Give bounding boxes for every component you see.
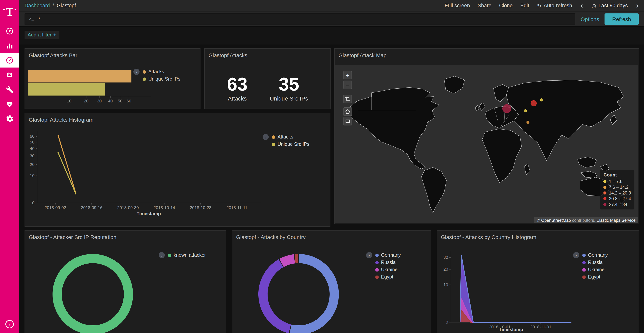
metric: 35Unique Src IPs	[270, 75, 308, 102]
legend-toggle-icon[interactable]: ›	[159, 252, 165, 258]
sidebar-item-wrench[interactable]	[0, 82, 19, 97]
breadcrumb-separator: /	[52, 3, 54, 9]
legend-item[interactable]: Ukraine	[375, 267, 401, 272]
legend-item[interactable]: Germany	[375, 252, 401, 258]
legend-item[interactable]: known attacker	[168, 252, 206, 258]
search-input[interactable]: >_ *	[24, 13, 575, 25]
map-controls: +−	[344, 71, 352, 127]
ems-link[interactable]: Elastic Maps Service	[596, 218, 636, 222]
svg-text:20: 20	[30, 162, 34, 167]
crop-button[interactable]	[344, 95, 352, 103]
sidebar-item-heartbeat[interactable]	[0, 97, 19, 111]
metric-label: Attacks	[227, 95, 248, 102]
time-back-chevron-icon[interactable]: ‹	[580, 2, 584, 9]
legend-item[interactable]: Russia	[375, 260, 401, 265]
add-filter-button[interactable]: Add a filter +	[24, 31, 60, 39]
sidebar-item-compass[interactable]	[0, 24, 19, 38]
copyright-symbol: ©	[537, 218, 541, 222]
sidebar-item-bug[interactable]	[0, 68, 19, 82]
attack-map[interactable]: +− Count1 – 7.67.6 – 14.214.2 – 20.820.8…	[335, 65, 638, 223]
legend-items: AttacksUnique Src IPs	[142, 69, 180, 82]
attack-point[interactable]	[502, 105, 511, 113]
legend-item[interactable]: Attacks	[142, 69, 180, 74]
sidebar-nav	[0, 24, 19, 126]
add-filter-label: Add a filter	[28, 32, 51, 38]
zoom-in-button[interactable]: +	[344, 71, 352, 79]
refresh-button[interactable]: Refresh	[604, 13, 639, 25]
zoom-out-button[interactable]: −	[344, 81, 352, 89]
legend-toggle-icon[interactable]: ›	[366, 252, 372, 258]
country-donut-chart[interactable]	[258, 254, 339, 333]
svg-text:50: 50	[30, 140, 34, 144]
map-legend-range: 20.8 – 27.4	[609, 196, 631, 201]
gauge-icon	[5, 56, 14, 65]
map-legend-range: 1 – 7.6	[609, 179, 622, 184]
country-histogram-chart[interactable]: 01020302018-10-012018-11-01Timestamp	[440, 249, 582, 333]
world-map[interactable]	[335, 65, 638, 223]
attack-point[interactable]	[527, 121, 530, 124]
attack-point[interactable]	[540, 99, 543, 101]
sidebar-item-gauge[interactable]	[0, 53, 19, 68]
legend-item[interactable]: Unique Src IPs	[272, 142, 310, 147]
svg-text:2018-09-02: 2018-09-02	[45, 205, 66, 210]
osm-link[interactable]: OpenStreetMap	[541, 218, 571, 222]
svg-text:0: 0	[446, 320, 448, 324]
legend-item[interactable]: Russia	[582, 260, 608, 265]
legend-color-dot	[272, 143, 275, 146]
action-clone[interactable]: Clone	[499, 3, 513, 9]
panel-title: Glastopf Attacks Bar	[25, 49, 200, 60]
legend-toggle-icon[interactable]: ›	[134, 69, 140, 75]
panel-src-ip-reputation: Glastopf - Attacker Src IP Reputation ›k…	[24, 230, 226, 333]
reputation-donut-chart[interactable]	[52, 254, 133, 333]
sidebar-collapse-button[interactable]: ‹	[5, 320, 14, 328]
time-forward-chevron-icon[interactable]: ›	[636, 2, 640, 9]
legend-item[interactable]: Ukraine	[582, 267, 608, 272]
legend-label: Attacks	[148, 69, 164, 74]
svg-text:30: 30	[30, 153, 34, 158]
action-full-screen[interactable]: Full screen	[445, 3, 470, 9]
legend-item[interactable]: Egypt	[375, 274, 401, 280]
bug-icon	[5, 71, 14, 79]
logo-letter: T	[6, 6, 14, 18]
telekom-logo[interactable]: T	[3, 0, 16, 24]
legend-label: Russia	[588, 260, 602, 265]
time-range-picker[interactable]: ◷ Last 90 days	[592, 3, 628, 9]
legend-color-dot	[375, 275, 379, 279]
attacks-histogram-chart[interactable]: 01020304050602018-09-022018-09-162018-09…	[26, 129, 272, 217]
logo-dot	[3, 9, 4, 10]
svg-text:30: 30	[97, 99, 102, 103]
svg-text:60: 60	[126, 99, 131, 103]
logo-dot	[14, 9, 16, 10]
sidebar-item-bar-chart[interactable]	[0, 38, 19, 53]
legend-toggle-icon[interactable]: ›	[573, 252, 579, 258]
legend-item[interactable]: Egypt	[582, 274, 608, 280]
auto-refresh-button[interactable]: ↻ Auto-refresh	[537, 3, 572, 9]
time-range-label: Last 90 days	[598, 3, 628, 9]
legend-items: known attacker	[168, 252, 206, 258]
attack-point[interactable]	[531, 101, 536, 106]
sidebar-item-gear[interactable]	[0, 111, 19, 126]
legend-color-dot	[582, 253, 586, 257]
polygon-button[interactable]	[344, 107, 352, 116]
panel-title: Glastopf - Attacker Src IP Reputation	[25, 231, 226, 242]
map-legend-title: Count	[604, 172, 631, 178]
panel-title: Glastopf - Attacks by Country Histogram	[437, 231, 639, 242]
sidebar: T ‹	[0, 0, 19, 333]
legend-label: Ukraine	[381, 267, 398, 272]
top-navigation-bar: Dashboard / Glastopf Full screenShareClo…	[19, 0, 644, 12]
rectangle-button[interactable]	[344, 117, 352, 125]
legend-label: Unique Src IPs	[148, 76, 180, 82]
action-share[interactable]: Share	[478, 3, 492, 9]
map-legend-item: 20.8 – 27.4	[604, 196, 631, 201]
action-edit[interactable]: Edit	[520, 3, 530, 9]
attacks-bar-chart[interactable]: 102030405060	[27, 60, 154, 107]
legend-toggle-icon[interactable]: ›	[262, 134, 269, 140]
attack-point[interactable]	[524, 110, 527, 112]
svg-text:10: 10	[67, 99, 72, 103]
options-link[interactable]: Options	[580, 16, 599, 22]
legend-item[interactable]: Germany	[582, 252, 608, 258]
breadcrumb-dashboard-link[interactable]: Dashboard	[24, 3, 50, 9]
legend-item[interactable]: Attacks	[272, 134, 310, 140]
legend-item[interactable]: Unique Src IPs	[142, 76, 180, 82]
legend-label: Germany	[588, 252, 608, 258]
